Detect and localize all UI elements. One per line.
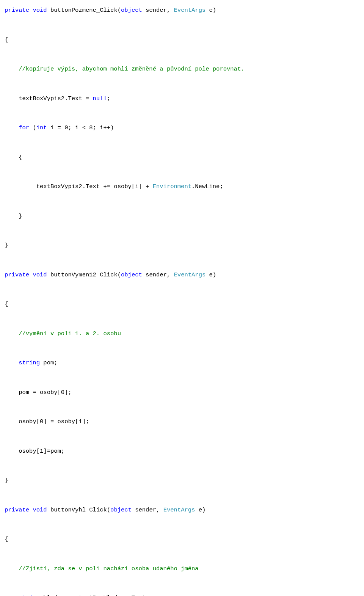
code-block: private void buttonPozmene_Click(object …	[0, 0, 364, 596]
code-line: }	[5, 477, 8, 484]
code-line: string hledany = textBoxHledany.Text;	[19, 594, 149, 596]
code-line: {	[5, 301, 8, 307]
code-line: string pom;	[19, 359, 57, 366]
code-comment: //Zjistí, zda se v poli nachází osoba ud…	[19, 565, 198, 572]
code-line: textBoxVypis2.Text = null;	[19, 95, 110, 102]
code-line: {	[5, 536, 8, 543]
code-line: private void buttonPozmene_Click(object …	[5, 7, 216, 14]
code-line: pom = osoby[0];	[19, 389, 72, 396]
code-line: }	[5, 242, 8, 249]
code-line: osoby[0] = osoby[1];	[19, 418, 89, 425]
code-line: private void buttonVymen12_Click(object …	[5, 271, 216, 278]
code-line: textBoxVypis2.Text += osoby[i] + Environ…	[36, 183, 223, 190]
code-line: {	[19, 154, 22, 161]
code-comment: //vymění v poli 1. a 2. osobu	[19, 330, 121, 337]
code-line: osoby[1]=pom;	[19, 448, 64, 455]
code-line: private void buttonVyhl_Click(object sen…	[5, 507, 206, 513]
code-line: }	[19, 213, 22, 220]
code-comment: //kopíruje výpis, abychom mohli změněné …	[19, 66, 244, 72]
code-line: for (int i = 0; i < 8; i++)	[19, 124, 114, 131]
code-line: {	[5, 36, 8, 43]
